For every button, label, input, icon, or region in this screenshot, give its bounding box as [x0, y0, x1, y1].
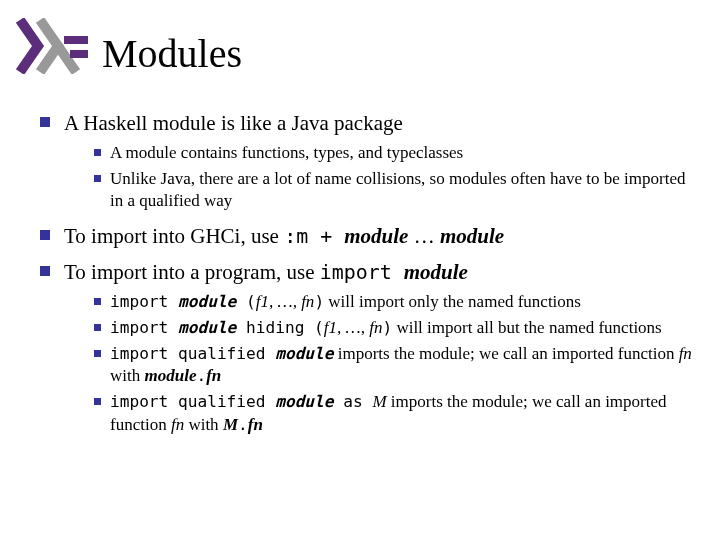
bullet-1-sub-2: Unlike Java, there are a lot of name col…	[64, 168, 694, 212]
bullet-3-sub-2: import module hiding (f1, …, fn) will im…	[64, 317, 694, 339]
bullet-3: To import into a program, use import mod…	[36, 259, 694, 436]
haskell-logo-icon	[14, 18, 92, 78]
bullet-1-text: A Haskell module is like a Java package	[64, 111, 403, 135]
slide-title: Modules	[102, 30, 242, 77]
bullet-1: A Haskell module is like a Java package …	[36, 110, 694, 213]
svg-rect-1	[64, 36, 88, 44]
bullet-3-sub-4: import qualified module as M imports the…	[64, 391, 694, 435]
svg-line-0	[58, 46, 76, 72]
slide: Modules A Haskell module is like a Java …	[0, 0, 720, 540]
svg-rect-2	[70, 50, 88, 58]
slide-body: A Haskell module is like a Java package …	[36, 110, 694, 446]
bullet-1-sub-1: A module contains functions, types, and …	[64, 142, 694, 164]
bullet-2: To import into GHCi, use :m + module … m…	[36, 223, 694, 249]
bullet-3-sub-3: import qualified module imports the modu…	[64, 343, 694, 387]
bullet-3-sub-1: import module (f1, …, fn) will import on…	[64, 291, 694, 313]
